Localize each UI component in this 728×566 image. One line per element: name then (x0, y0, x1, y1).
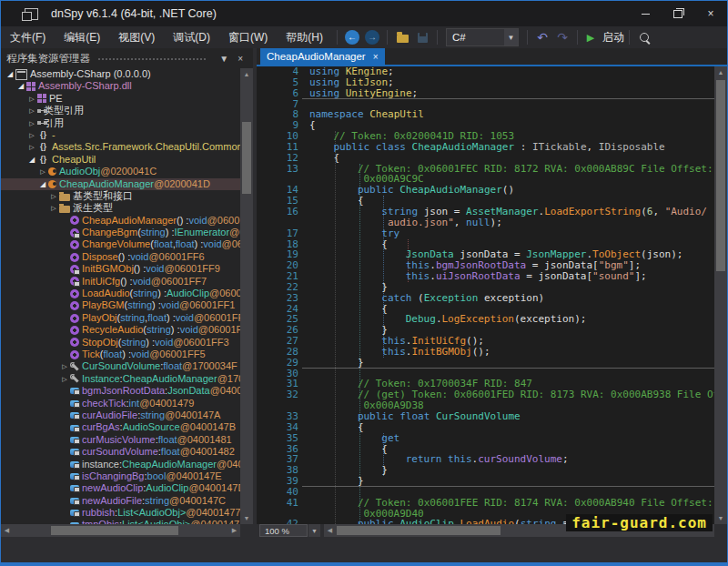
tree-row[interactable]: ▷{}- (1, 129, 253, 141)
tree-row[interactable]: ◢{}CheapUtil (1, 154, 253, 166)
tree-row[interactable]: isChangingBg : bool @0400147E (1, 470, 253, 482)
save-all-button[interactable] (414, 30, 430, 45)
code-text: { (309, 196, 364, 207)
tree-row[interactable]: ▷PE (1, 93, 253, 105)
tree-row[interactable]: ChangeVolume(float, float) : void @06 (1, 238, 253, 250)
module-icon (26, 82, 35, 91)
tree-row[interactable]: newAudioClip : AudioClip @0400147D (1, 482, 253, 494)
expander-icon[interactable]: ◢ (5, 68, 15, 80)
scroll-left-icon[interactable]: ◀ (1, 524, 13, 537)
chevron-down-icon[interactable]: ▼ (504, 29, 518, 45)
expander-icon[interactable]: ▷ (26, 129, 37, 141)
tree-row[interactable]: RecycleAudio(string) : void @06001FE (1, 324, 253, 336)
expander-icon[interactable]: ▷ (59, 360, 70, 372)
tree-row[interactable]: ChangeBgm(string) : IEnumerator @0 (1, 227, 253, 238)
tab-close-icon[interactable]: × (373, 52, 379, 62)
tree-row[interactable]: checkTick : int @04001479 (1, 398, 253, 409)
tree-row[interactable]: newAudioFile : string @0400147C (1, 495, 253, 507)
minimize-button[interactable] (629, 1, 662, 26)
tree-row[interactable]: ▷{}Assets.Src.Framework.CheapUtil.Common… (1, 141, 253, 153)
scrollbar-thumb[interactable] (51, 526, 178, 535)
expander-icon[interactable]: ▷ (26, 117, 37, 129)
tree-row[interactable]: InitUiCfg() : void @06001FF7 (1, 276, 253, 288)
start-label[interactable]: 启动 (602, 30, 624, 45)
code-line: 38} (257, 465, 727, 476)
tree-row-text: 引用 (44, 117, 64, 129)
tree-row[interactable]: LoadAudio(string) : AudioClip @0600 (1, 288, 253, 299)
tree-row[interactable]: ▷Instance : CheapAudioManager @170 (1, 373, 253, 385)
start-debug-button[interactable]: ▶ (584, 30, 601, 45)
sidebar-vertical-scrollbar[interactable]: ▲ ▼ (240, 68, 253, 524)
search-button[interactable] (636, 30, 652, 45)
navigate-forward-button[interactable]: → (365, 30, 379, 45)
undo-button[interactable]: ↶ (534, 30, 551, 45)
expander-icon[interactable]: ◢ (37, 178, 48, 190)
tree-row[interactable]: rubbish : List<AudioObj> @04001477 (1, 507, 253, 519)
menu-item-1[interactable]: 编辑(E) (55, 26, 109, 48)
tree-row[interactable]: instance : CheapAudioManager @040 (1, 459, 253, 470)
menu-bar: 文件(F)编辑(E)视图(V)调试(D)窗口(W)帮助(H) (1, 26, 332, 48)
expander-icon[interactable]: ◢ (26, 154, 37, 166)
tree-row[interactable]: ▷CurSoundVolume : float @1700034F (1, 360, 253, 372)
expander-icon[interactable]: ▷ (26, 141, 37, 153)
expander-icon[interactable]: ◢ (15, 80, 26, 92)
menu-item-4[interactable]: 窗口(W) (219, 26, 277, 48)
scrollbar-thumb[interactable] (242, 122, 251, 194)
tree-row-selected[interactable]: ◢CheapAudioManager @0200041D (1, 178, 253, 190)
code-line: 6using UnityEngine; (257, 88, 727, 99)
expander-icon[interactable]: ▷ (59, 373, 70, 385)
menu-item-5[interactable]: 帮助(H) (277, 26, 332, 48)
zoom-level-box[interactable]: 100 % (259, 524, 308, 537)
scroll-up-icon[interactable]: ▲ (240, 68, 253, 80)
expander-icon[interactable]: ▷ (48, 202, 59, 214)
expander-icon[interactable]: ▷ (26, 105, 37, 116)
code-view[interactable]: 4using KEngine;5using LitJson;6using Uni… (257, 66, 727, 524)
navigate-back-button[interactable]: ← (345, 30, 359, 45)
chevron-down-icon[interactable]: ▼ (215, 54, 233, 64)
zoom-dropdown-icon[interactable]: ▼ (308, 524, 320, 537)
tree-row[interactable]: StopObj(string) : void @06001FF3 (1, 337, 253, 349)
tree-row[interactable]: InitBGMObj() : void @06001FF9 (1, 263, 253, 275)
tree-row[interactable]: PlayBGM(string) : void @06001FF1 (1, 299, 253, 311)
tree-row[interactable]: ▷类型引用 (1, 105, 253, 116)
scrollbar-thumb[interactable] (716, 80, 725, 271)
expander-icon[interactable]: ▷ (48, 190, 59, 202)
tab-cheapaudiomanager[interactable]: CheapAudioManager × (260, 48, 385, 65)
redo-button[interactable]: ↷ (554, 30, 571, 45)
maximize-button[interactable] (662, 1, 694, 26)
close-button[interactable]: × (694, 1, 727, 26)
tree-row[interactable]: ◢Assembly-CSharp.dll (1, 80, 253, 92)
tree-row[interactable]: curMusicVolume : float @04001481 (1, 434, 253, 446)
tree-row[interactable]: Tick(float) : void @06001FF5 (1, 349, 253, 360)
scroll-down-icon[interactable]: ▼ (240, 512, 253, 524)
tree-row[interactable]: PlayObj(string, float) : void @06001FF (1, 312, 253, 324)
menu-item-2[interactable]: 视图(V) (109, 26, 164, 48)
tree-row[interactable]: ▷引用 (1, 117, 253, 129)
tree-row-text: @04001482 (180, 446, 235, 458)
tree-row[interactable]: curAudioFile : string @0400147A (1, 409, 253, 421)
tree-row[interactable]: CheapAudioManager() : void @06001 (1, 215, 253, 227)
tree-row[interactable]: ▷基类型和接口 (1, 190, 253, 202)
tree-row[interactable]: Dispose() : void @06001FF6 (1, 251, 253, 263)
tree-row[interactable]: curBgAs : AudioSource @0400147B (1, 421, 253, 433)
menu-item-3[interactable]: 调试(D) (164, 26, 219, 48)
sidebar-horizontal-scrollbar[interactable]: ◀ ▶ (1, 524, 240, 537)
panel-close-icon[interactable]: × (233, 54, 248, 64)
tree-row[interactable]: bgmJsonRootData : JsonData @0400 (1, 385, 253, 397)
open-file-button[interactable] (394, 30, 410, 45)
tree-row-text: InitUiCfg (82, 276, 120, 288)
expander-icon[interactable]: ▷ (37, 166, 48, 177)
language-combobox[interactable]: C# ▼ (446, 28, 519, 46)
editor-vertical-scrollbar[interactable]: ▲ ▼ (714, 66, 727, 524)
tree-row[interactable]: ◢Assembly-CSharp (0.0.0.0) (1, 68, 244, 80)
scroll-right-icon[interactable]: ▶ (228, 524, 240, 537)
scroll-down-icon[interactable]: ▼ (714, 512, 727, 524)
tree-row[interactable]: ▷派生类型 (1, 202, 253, 214)
scrollbar-thumb[interactable] (337, 526, 500, 535)
scroll-left-icon[interactable]: ◀ (324, 524, 336, 537)
tree-row[interactable]: curSoundVolume : float @04001482 (1, 446, 253, 458)
menu-item-0[interactable]: 文件(F) (1, 26, 55, 48)
tree-row[interactable]: ▷AudioObj @0200041C (1, 166, 253, 177)
expander-icon[interactable]: ▷ (26, 93, 37, 105)
scroll-up-icon[interactable]: ▲ (714, 66, 727, 78)
